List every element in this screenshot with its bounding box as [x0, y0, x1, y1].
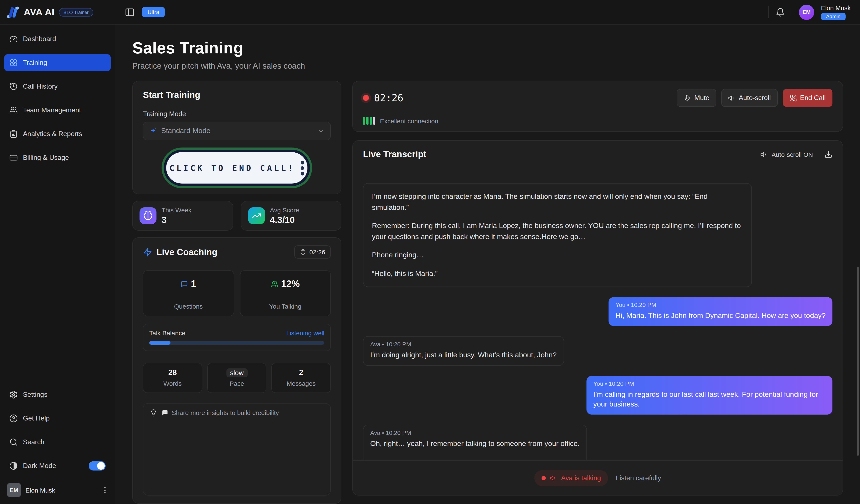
call-controls-card: 02:26 Mute Auto-scroll — [353, 81, 843, 132]
user-name: Elon Musk — [821, 4, 851, 11]
metric-value: 1 — [191, 278, 196, 289]
ava-talking-label: Ava is talking — [561, 474, 601, 482]
coaching-timer: 02:26 — [309, 248, 325, 256]
message-text: Can you remind me what the — [370, 458, 580, 460]
autoscroll-button[interactable]: Auto-scroll — [721, 89, 777, 107]
sidebar-item-settings[interactable]: Settings — [4, 386, 111, 403]
sidebar-item-training[interactable]: Training — [4, 54, 111, 71]
talk-balance-progress — [149, 341, 325, 345]
sidebar-item-label: Billing & Usage — [23, 154, 69, 161]
live-transcript-card: Live Transcript Auto-scroll ON I’m now s… — [353, 140, 843, 495]
training-mode-select[interactable]: Standard Mode — [143, 122, 331, 140]
stat-avg-score: Avg Score 4.3/10 — [241, 201, 341, 231]
gauge-icon — [9, 35, 18, 43]
top-bar: AVA AI BLO Trainer Ultra EM Elon Musk Ad… — [0, 0, 860, 25]
page-subtitle: Practice your pitch with Ava, your AI sa… — [132, 61, 843, 71]
sidebar-item-label: Dark Mode — [23, 462, 56, 470]
transcript-footer: Ava is talking Listen carefully — [353, 460, 843, 495]
signal-bars-icon — [363, 117, 375, 125]
stat-value: 3 — [161, 215, 191, 225]
transcript-message-you: You • 10:20 PM I’m calling in regards to… — [587, 376, 832, 415]
mic-icon — [684, 94, 691, 102]
dark-mode-toggle[interactable] — [89, 461, 105, 471]
connection-status: Excellent connection — [380, 117, 438, 125]
sidebar-item-label: Team Management — [23, 106, 81, 114]
download-icon[interactable] — [825, 150, 832, 158]
stopwatch-icon — [300, 249, 306, 255]
ava-talking-pill: Ava is talking — [534, 470, 608, 486]
phone-off-icon — [789, 94, 797, 102]
user-role-badge: Admin — [821, 13, 846, 20]
call-timer: 02:26 — [374, 92, 403, 103]
listen-hint: Listen carefully — [616, 474, 661, 482]
mini-stat-value: 28 — [143, 368, 202, 377]
start-training-title: Start Training — [143, 90, 331, 100]
user-avatar[interactable]: EM — [799, 4, 814, 20]
mini-stat-label: Words — [143, 380, 202, 387]
page-title: Sales Training — [132, 39, 843, 57]
message-text: I’m calling in regards to our last call … — [593, 389, 826, 409]
mini-stat-value: slow — [226, 368, 247, 377]
main-content: Sales Training Practice your pitch with … — [115, 25, 860, 504]
mute-button[interactable]: Mute — [677, 89, 716, 107]
bell-icon[interactable] — [776, 8, 785, 17]
talk-balance-box: Talk Balance Listening well — [143, 324, 331, 351]
sidebar-item-search[interactable]: Search — [4, 434, 111, 450]
contrast-icon — [9, 462, 18, 470]
sidebar-item-dashboard[interactable]: Dashboard — [4, 30, 111, 47]
help-circle-icon — [9, 414, 18, 422]
end-call-cta-button[interactable]: CLICK TO END CALL! — [164, 150, 310, 186]
metric-you-talking: 12% You Talking — [240, 271, 331, 316]
message-text: I’m doing alright, just a little busy. W… — [370, 350, 557, 360]
sidebar-user-row[interactable]: EM Elon Musk — [4, 481, 111, 499]
sidebar-item-label: Training — [23, 59, 47, 67]
transcript-message-system: I’m now stepping into character as Maria… — [363, 183, 752, 287]
stat-value: 4.3/10 — [270, 215, 299, 225]
search-icon — [9, 438, 18, 446]
window-scrollbar-thumb[interactable] — [857, 267, 859, 456]
speaker-icon — [728, 94, 735, 102]
transcript-title: Live Transcript — [363, 149, 426, 159]
bolt-icon — [143, 247, 152, 257]
talk-balance-label: Talk Balance — [149, 329, 185, 336]
sidebar-item-dark-mode: Dark Mode — [4, 457, 111, 474]
user-block: Elon Musk Admin — [821, 4, 851, 20]
stat-label: Avg Score — [270, 206, 299, 214]
sidebar-item-billing[interactable]: Billing & Usage — [4, 149, 111, 166]
divider — [792, 6, 792, 18]
logo-badge: BLO Trainer — [59, 8, 93, 16]
sidebar-item-label: Analytics & Reports — [23, 130, 82, 138]
sidebar-toggle-icon[interactable] — [125, 7, 135, 17]
plan-badge[interactable]: Ultra — [142, 7, 165, 17]
training-mode-value: Standard Mode — [161, 127, 211, 135]
training-mode-label: Training Mode — [143, 110, 331, 118]
lightbulb-icon — [150, 409, 157, 417]
metric-value: 12% — [281, 278, 300, 289]
sidebar-item-get-help[interactable]: Get Help — [4, 410, 111, 427]
gear-icon — [9, 390, 18, 399]
chat-bubble-icon — [181, 280, 188, 288]
transcript-message-you: You • 10:20 PM Hi, Maria. This is John f… — [609, 297, 832, 326]
insight-text: Share more insights to build credibility — [172, 409, 279, 416]
sidebar-item-label: Search — [23, 438, 44, 446]
message-paragraph: “Hello, this is Maria.” — [372, 268, 743, 279]
metric-questions: 1 Questions — [143, 271, 234, 316]
message-paragraph: Phone ringing… — [372, 250, 743, 260]
sidebar-item-analytics[interactable]: Analytics & Reports — [4, 126, 111, 142]
mini-stat-messages: 2 Messages — [272, 363, 331, 393]
end-call-button[interactable]: End Call — [783, 89, 832, 107]
sidebar-item-team-management[interactable]: Team Management — [4, 102, 111, 119]
sidebar-item-call-history[interactable]: Call History — [4, 78, 111, 95]
message-meta: Ava • 10:20 PM — [370, 429, 580, 436]
brand: AVA AI BLO Trainer — [0, 0, 115, 24]
sidebar-item-label: Get Help — [23, 415, 49, 422]
kebab-menu-icon[interactable] — [102, 484, 108, 496]
avatar: EM — [7, 483, 21, 497]
top-bar-main: Ultra EM Elon Musk Admin — [115, 0, 860, 24]
message-meta: You • 10:20 PM — [616, 301, 826, 308]
talk-balance-status: Listening well — [286, 329, 325, 336]
trending-up-icon — [248, 207, 265, 224]
transcript-message-ava: Ava • 10:20 PM I’m doing alright, just a… — [363, 336, 564, 366]
speaker-icon — [550, 475, 557, 481]
transcript-messages[interactable]: I’m now stepping into character as Maria… — [353, 166, 843, 460]
